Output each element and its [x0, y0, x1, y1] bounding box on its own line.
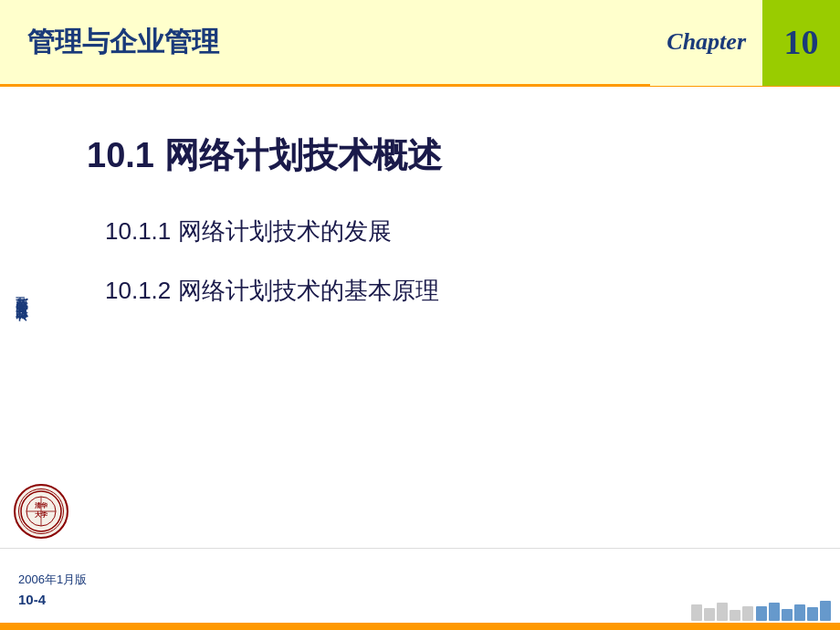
bar-blue-6: [820, 601, 831, 621]
bar-2: [704, 608, 715, 621]
svg-text:清华: 清华: [35, 501, 48, 509]
bar-blue-5: [807, 607, 818, 621]
bar-blue-2: [769, 603, 780, 621]
subsection-item-2: 10.1.2 网络计划技术的基本原理: [87, 275, 803, 307]
header-title: 管理与企业管理: [0, 24, 650, 61]
logo-area: 清华 大学: [14, 484, 73, 543]
header: 管理与企业管理 Chapter 10: [0, 0, 840, 87]
bar-4: [730, 610, 740, 621]
bottom-right-bars: [691, 601, 831, 621]
bar-group-1: [691, 603, 753, 621]
logo-circle: 清华 大学: [14, 484, 68, 539]
main-content: 10.1 网络计划技术概述 10.1.1 网络计划技术的发展 10.1.2 网络…: [50, 87, 840, 543]
bar-group-2: [756, 601, 831, 621]
bar-blue-4: [794, 604, 805, 621]
subsection-item-1: 10.1.1 网络计划技术的发展: [87, 215, 803, 247]
bar-1: [691, 604, 702, 621]
sidebar-text: 计划管理与企业管理: [14, 316, 28, 332]
bar-5: [742, 606, 753, 621]
footer-date: 2006年1月版: [18, 572, 840, 588]
chapter-number: 10: [762, 0, 840, 86]
section-title: 10.1 网络计划技术概述: [87, 132, 803, 179]
bar-blue-1: [756, 606, 767, 621]
chapter-label: Chapter: [650, 0, 762, 86]
header-chapter-box: Chapter 10: [650, 0, 840, 86]
bar-blue-3: [782, 609, 793, 621]
logo-inner: 清华 大学: [18, 488, 64, 534]
bar-3: [717, 603, 728, 621]
orange-footer-bar: [0, 623, 840, 630]
